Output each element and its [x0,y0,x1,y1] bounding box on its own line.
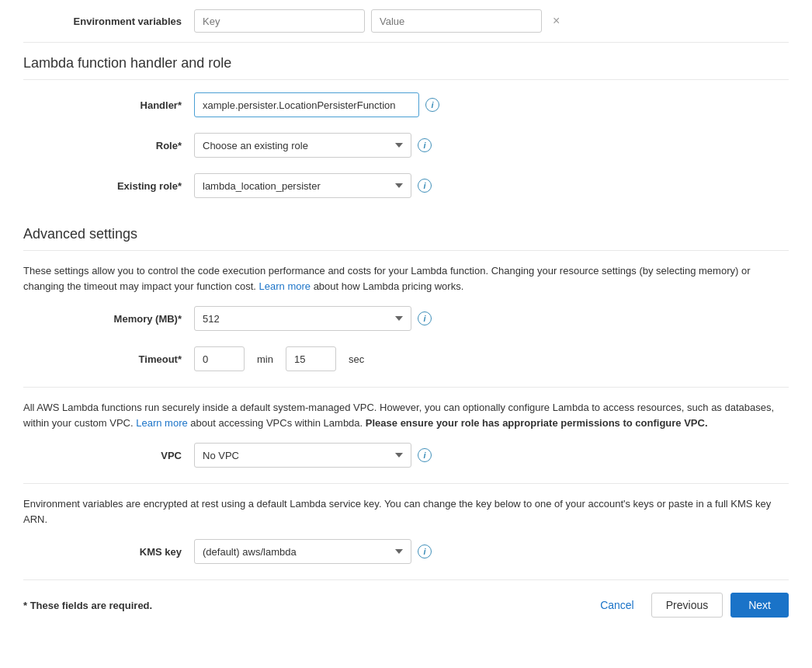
role-label: Role* [23,140,194,151]
existing-role-control: lambda_location_persister i [194,173,432,198]
timeout-row: Timeout* min sec [23,346,789,371]
divider-2 [23,483,789,484]
footer-buttons: Cancel Previous Next [591,593,789,618]
memory-control: 128192256320 384448512576 640704768832 8… [194,306,432,331]
memory-label: Memory (MB)* [23,313,194,325]
handler-input[interactable] [194,92,419,117]
vpc-row: VPC No VPC i [23,443,789,468]
vpc-description: All AWS Lambda functions run securely in… [23,400,789,430]
required-note: * These fields are required. [23,600,152,611]
role-row: Role* Choose an existing role Create new… [23,133,789,158]
handler-control: i [194,92,439,117]
existing-role-row: Existing role* lambda_location_persister… [23,173,789,198]
divider-1 [23,387,789,388]
vpc-info-icon[interactable]: i [418,448,432,462]
timeout-label: Timeout* [23,353,194,365]
env-var-row: Environment variables × [23,0,789,43]
existing-role-select[interactable]: lambda_location_persister [194,173,411,198]
handler-info-icon[interactable]: i [425,98,439,112]
existing-role-info-icon[interactable]: i [418,179,432,193]
kms-key-info-icon[interactable]: i [418,544,432,558]
memory-select[interactable]: 128192256320 384448512576 640704768832 8… [194,306,411,331]
existing-role-label: Existing role* [23,180,194,192]
vpc-control: No VPC i [194,443,432,468]
env-var-label: Environment variables [23,16,194,27]
timeout-control: min sec [194,346,370,371]
role-info-icon[interactable]: i [418,138,432,152]
timeout-sec-input[interactable] [286,346,336,371]
timeout-min-label: min [257,353,273,365]
previous-button[interactable]: Previous [651,593,723,618]
vpc-desc-link[interactable]: Learn more [136,417,187,429]
env-var-close-button[interactable]: × [548,12,564,30]
kms-key-row: KMS key (default) aws/lambda i [23,539,789,564]
kms-key-label: KMS key [23,546,194,558]
handler-label: Handler* [23,99,194,111]
env-key-input[interactable] [194,9,365,33]
timeout-sec-label: sec [349,353,364,365]
kms-key-control: (default) aws/lambda i [194,539,432,564]
timeout-min-input[interactable] [194,346,245,371]
kms-description: Environment variables are encrypted at r… [23,496,789,527]
vpc-desc-part2: about accessing VPCs within Lambda. [190,417,363,429]
cancel-button[interactable]: Cancel [591,594,644,616]
env-value-input[interactable] [371,9,542,33]
role-select[interactable]: Choose an existing role Create new role … [194,133,411,158]
kms-key-select[interactable]: (default) aws/lambda [194,539,411,564]
next-button[interactable]: Next [730,593,789,618]
advanced-desc-part2: about how Lambda pricing works. [314,280,464,292]
vpc-select[interactable]: No VPC [194,443,411,468]
footer: * These fields are required. Cancel Prev… [23,579,789,630]
advanced-description: These settings allow you to control the … [23,263,789,294]
env-var-inputs: × [194,9,564,33]
lambda-section-title: Lambda function handler and role [23,43,789,80]
handler-row: Handler* i [23,92,789,117]
vpc-desc-bold: Please ensure your role has appropriate … [366,417,708,429]
memory-row: Memory (MB)* 128192256320 384448512576 6… [23,306,789,331]
role-control: Choose an existing role Create new role … [194,133,432,158]
memory-info-icon[interactable]: i [418,311,432,325]
advanced-section-title: Advanced settings [23,214,789,251]
vpc-label: VPC [23,450,194,461]
advanced-desc-link[interactable]: Learn more [259,280,311,292]
